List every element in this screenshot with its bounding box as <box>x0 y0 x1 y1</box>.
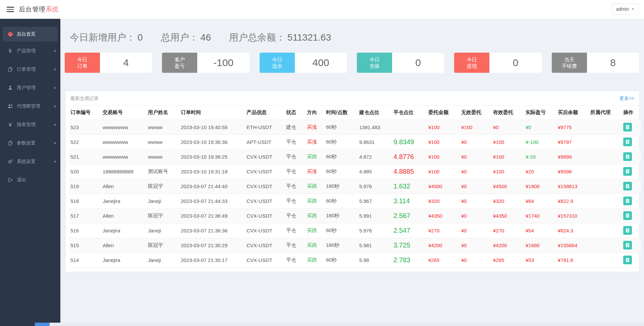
sidebar-item-系统设置[interactable]: 系统设置 <box>0 152 60 171</box>
table-body: 523wwwwwwwwwww2023-03-10 19:40:58ETH-USD… <box>69 120 641 267</box>
order-detail-button[interactable] <box>623 182 632 191</box>
sidebar-item-产品管理[interactable]: 产品管理 <box>0 42 60 60</box>
cell-status: 平仓 <box>285 238 306 253</box>
cell-agent <box>589 164 622 179</box>
chevron-right-icon <box>54 123 56 126</box>
cell-direction: 买跌 <box>306 149 325 164</box>
sidebar-item-label: 报表管理 <box>17 122 36 128</box>
cell-valid: ¥320 <box>492 194 524 208</box>
cell-direction: 买跌 <box>306 194 325 208</box>
cell-profit: ¥1800 <box>524 179 556 194</box>
cell-valid: ¥4350 <box>492 208 524 223</box>
column-header: 用户姓名 <box>147 106 179 120</box>
order-detail-button[interactable] <box>623 138 632 146</box>
cell-direction: 买跌 <box>306 238 325 253</box>
user-dropdown[interactable]: admin <box>612 3 639 15</box>
table-row: 519Allen陈冠宇2023-03-07 21:44:40CVX-USDT平仓… <box>69 179 641 194</box>
stat-card-label: 今日订单 <box>65 53 100 73</box>
cell-action <box>622 120 641 134</box>
sidebar-item-参数设置[interactable]: 参数设置 <box>0 134 60 152</box>
order-detail-button[interactable] <box>623 167 632 176</box>
cell-direction: 买跌 <box>306 208 325 223</box>
cell-amount: ¥4200 <box>427 238 460 253</box>
cell-id: 518 <box>69 194 101 208</box>
cell-status: 平仓 <box>285 208 306 223</box>
cell-product: CVX-USDT <box>245 208 285 223</box>
sidebar-item-后台首页[interactable]: 后台首页 <box>3 27 58 42</box>
table-row: 52018888888888测试账号2023-03-10 19:31:18CVX… <box>69 164 641 179</box>
order-detail-button[interactable] <box>623 211 632 220</box>
cell-invalid: ¥0 <box>460 238 492 253</box>
cell-name: 陈冠宇 <box>147 238 179 253</box>
panel-header: 最新交易记录 更多>> <box>66 91 639 106</box>
sidebar-item-用户管理[interactable]: 用户管理 <box>0 78 60 97</box>
cell-close: 2.567 <box>392 208 427 223</box>
gear-icon <box>7 159 13 164</box>
order-detail-button[interactable] <box>623 152 632 161</box>
order-detail-button[interactable] <box>623 123 632 131</box>
user-icon <box>7 85 13 91</box>
column-header: 建仓点位 <box>358 106 392 120</box>
cell-balance: ¥157310 <box>556 208 589 223</box>
cell-valid: ¥265 <box>492 253 524 267</box>
form-icon <box>625 124 630 130</box>
cell-close: 4.8885 <box>392 164 427 179</box>
cell-close: 2.783 <box>392 253 427 267</box>
cell-amount: ¥270 <box>427 223 460 238</box>
cell-status: 平仓 <box>285 253 306 267</box>
title-main: 后台管理 <box>19 6 46 13</box>
cell-open: 5.981 <box>358 238 392 253</box>
cell-invalid: ¥0 <box>460 208 492 223</box>
table-header-row: 订单编号交易账号用户姓名订单时间产品信息状态方向时间/点数建仓点位平仓点位委托金… <box>69 106 641 120</box>
yen-icon: ¥ <box>7 122 13 127</box>
cell-account: Allen <box>101 208 147 223</box>
order-detail-button[interactable] <box>623 256 632 264</box>
panel-title: 最新交易记录 <box>70 96 99 102</box>
cell-balance: ¥822.9 <box>556 194 589 208</box>
horizontal-scrollbar[interactable] <box>0 323 644 326</box>
order-detail-button[interactable] <box>623 241 632 250</box>
stat-card: 当天手续费8 <box>552 53 639 73</box>
cell-close: 9.8349 <box>392 134 427 149</box>
column-header: 委托金额 <box>427 106 460 120</box>
cell-direction: 买跌 <box>306 179 325 194</box>
sidebar-item-label: 用户管理 <box>17 85 36 91</box>
cell-agent <box>589 223 622 238</box>
more-link[interactable]: 更多>> <box>620 96 634 102</box>
cell-status: 平仓 <box>285 149 306 164</box>
cell-invalid: ¥0 <box>460 223 492 238</box>
stat-card-value: -100 <box>197 53 249 73</box>
menu-toggle-icon[interactable] <box>7 7 14 12</box>
cell-account: Janejira <box>101 194 147 208</box>
cell-account: Janejira <box>101 223 147 238</box>
sidebar-item-报表管理[interactable]: ¥报表管理 <box>0 115 60 134</box>
transactions-panel: 最新交易记录 更多>> 订单编号交易账号用户姓名订单时间产品信息状态方向时间/点… <box>66 91 639 272</box>
column-header: 订单编号 <box>69 106 101 120</box>
bitcoin-icon <box>7 48 13 54</box>
column-header: 有效委托 <box>492 106 524 120</box>
order-detail-button[interactable] <box>623 197 632 205</box>
cell-status: 平仓 <box>285 164 306 179</box>
cell-account: wwwwwww <box>101 134 147 149</box>
chevron-right-icon <box>54 160 56 163</box>
order-detail-button[interactable] <box>623 226 632 235</box>
cell-duration: 180秒 <box>325 238 358 253</box>
cell-amount: ¥100 <box>427 164 460 179</box>
cell-time: 2023-03-07 21:36:49 <box>179 208 245 223</box>
form-icon <box>625 183 630 189</box>
sidebar-item-退出[interactable]: 退出 <box>0 171 60 189</box>
cell-id: 519 <box>69 179 101 194</box>
cell-close <box>392 120 427 134</box>
cell-name: wwww <box>147 149 179 164</box>
sidebar-item-订单管理[interactable]: 订单管理 <box>0 60 60 78</box>
cell-open: 4.885 <box>358 164 392 179</box>
scrollbar-thumb[interactable] <box>35 323 50 326</box>
summary-label: 今日新增用户： <box>70 32 136 43</box>
page-title: 后台管理系统 <box>19 5 59 14</box>
cell-account: 18888888888 <box>101 164 147 179</box>
summary-total-balance: 用户总余额：511321.63 <box>229 32 331 44</box>
cell-action <box>622 194 641 208</box>
sidebar-item-代理商管理[interactable]: 代理商管理 <box>0 97 60 115</box>
form-icon <box>625 228 630 233</box>
column-header: 无效委托 <box>460 106 492 120</box>
